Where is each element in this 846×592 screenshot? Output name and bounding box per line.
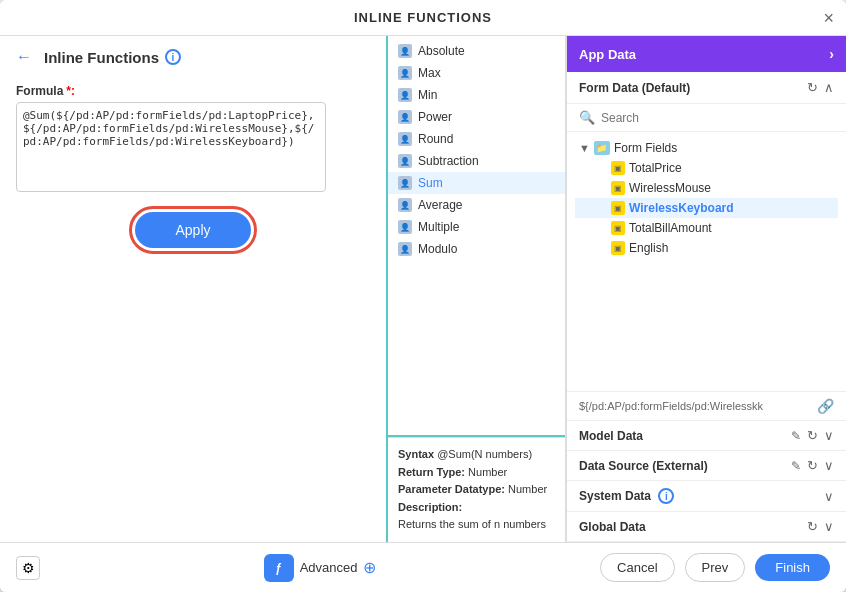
func-item-label: Max — [418, 66, 441, 80]
model-data-row[interactable]: Model Data ✎ ↻ ∨ — [567, 421, 846, 451]
tree-item[interactable]: ▣TotalPrice — [575, 158, 838, 178]
datasource-refresh-icon[interactable]: ↻ — [807, 458, 818, 473]
cancel-button[interactable]: Cancel — [600, 553, 674, 582]
apply-button[interactable]: Apply — [135, 212, 250, 248]
advanced-label: Advanced — [300, 560, 358, 575]
footer-left: ⚙ — [16, 556, 40, 580]
system-data-collapse-icon[interactable]: ∨ — [824, 489, 834, 504]
tree-item[interactable]: ▣WirelessMouse — [575, 178, 838, 198]
func-item-icon: 👤 — [398, 198, 412, 212]
refresh-icon[interactable]: ↻ — [807, 80, 818, 95]
form-data-actions: ↻ ∧ — [807, 80, 834, 95]
func-item-label: Average — [418, 198, 462, 212]
func-item-icon: 👤 — [398, 132, 412, 146]
footer-center: ƒ Advanced ⊕ — [264, 554, 377, 582]
search-icon: 🔍 — [579, 110, 595, 125]
modal-title: INLINE FUNCTIONS — [354, 10, 492, 25]
app-data-label: App Data — [579, 47, 636, 62]
form-fields-parent[interactable]: ▼ 📁 Form Fields — [575, 138, 838, 158]
function-list: 👤Absolute👤Max👤Min👤Power👤Round👤Subtractio… — [388, 36, 565, 437]
field-icon: ▣ — [611, 221, 625, 235]
data-source-row[interactable]: Data Source (External) ✎ ↻ ∨ — [567, 451, 846, 481]
right-panel: App Data › Form Data (Default) ↻ ∧ 🔍 ▼ 📁… — [566, 36, 846, 542]
formula-input[interactable]: @Sum(${/pd:AP/pd:formFields/pd:LaptopPri… — [16, 102, 326, 192]
func-item-icon: 👤 — [398, 44, 412, 58]
search-row: 🔍 — [567, 104, 846, 132]
func-item-icon: 👤 — [398, 88, 412, 102]
prev-button[interactable]: Prev — [685, 553, 746, 582]
system-data-row[interactable]: System Data i ∨ — [567, 481, 846, 512]
tree-items-container: ▣TotalPrice▣WirelessMouse▣WirelessKeyboa… — [575, 158, 838, 258]
func-item-label: Min — [418, 88, 437, 102]
function-item[interactable]: 👤Multiple — [388, 216, 565, 238]
close-button[interactable]: × — [823, 7, 834, 28]
function-item[interactable]: 👤Round — [388, 128, 565, 150]
description-value: Returns the sum of n numbers — [398, 516, 555, 534]
func-item-icon: 👤 — [398, 220, 412, 234]
description-label: Description: — [398, 501, 462, 513]
modal-container: INLINE FUNCTIONS × ← Inline Functions i … — [0, 0, 846, 592]
tree-item[interactable]: ▣English — [575, 238, 838, 258]
model-data-label: Model Data — [579, 429, 643, 443]
folder-icon: 📁 — [594, 141, 610, 155]
function-item[interactable]: 👤Sum — [388, 172, 565, 194]
system-data-label: System Data i — [579, 488, 674, 504]
data-source-label: Data Source (External) — [579, 459, 708, 473]
function-item[interactable]: 👤Min — [388, 84, 565, 106]
function-item[interactable]: 👤Max — [388, 62, 565, 84]
link-icon[interactable]: 🔗 — [817, 398, 834, 414]
modal-footer: ⚙ ƒ Advanced ⊕ Cancel Prev Finish — [0, 542, 846, 592]
global-data-row[interactable]: Global Data ↻ ∨ — [567, 512, 846, 542]
param-value: Number — [508, 483, 547, 495]
datasource-collapse-icon[interactable]: ∨ — [824, 458, 834, 473]
system-data-info-icon[interactable]: i — [658, 488, 674, 504]
global-refresh-icon[interactable]: ↻ — [807, 519, 818, 534]
func-item-icon: 👤 — [398, 110, 412, 124]
func-item-label: Multiple — [418, 220, 459, 234]
model-refresh-icon[interactable]: ↻ — [807, 428, 818, 443]
func-item-icon: 👤 — [398, 154, 412, 168]
edit-icon[interactable]: ✎ — [791, 429, 801, 443]
left-panel: ← Inline Functions i Formula *: @Sum(${/… — [0, 36, 386, 542]
collapse-icon[interactable]: ∧ — [824, 80, 834, 95]
field-icon: ▣ — [611, 241, 625, 255]
gear-icon[interactable]: ⚙ — [16, 556, 40, 580]
search-input[interactable] — [601, 111, 834, 125]
tree-toggle-icon: ▼ — [579, 142, 590, 154]
datasource-edit-icon[interactable]: ✎ — [791, 459, 801, 473]
function-item[interactable]: 👤Modulo — [388, 238, 565, 260]
tree-area: ▼ 📁 Form Fields ▣TotalPrice▣WirelessMous… — [567, 132, 846, 391]
chevron-right-icon[interactable]: › — [829, 46, 834, 62]
form-data-label: Form Data (Default) — [579, 81, 690, 95]
model-collapse-icon[interactable]: ∨ — [824, 428, 834, 443]
tree-item-label: TotalBillAmount — [629, 221, 712, 235]
formula-label: Formula *: — [16, 84, 370, 98]
func-item-label: Power — [418, 110, 452, 124]
tree-item[interactable]: ▣WirelessKeyboard — [575, 198, 838, 218]
global-data-actions: ↻ ∨ — [807, 519, 834, 534]
func-item-label: Modulo — [418, 242, 457, 256]
func-item-icon: 👤 — [398, 242, 412, 256]
function-item[interactable]: 👤Absolute — [388, 40, 565, 62]
app-data-header: App Data › — [567, 36, 846, 72]
func-item-label: Sum — [418, 176, 443, 190]
data-path: ${/pd:AP/pd:formFields/pd:Wirelesskk — [579, 400, 811, 412]
func-item-label: Absolute — [418, 44, 465, 58]
data-source-actions: ✎ ↻ ∨ — [791, 458, 834, 473]
data-path-row: ${/pd:AP/pd:formFields/pd:Wirelesskk 🔗 — [567, 391, 846, 421]
modal-header: INLINE FUNCTIONS × — [0, 0, 846, 36]
footer-right: Cancel Prev Finish — [600, 553, 830, 582]
function-item[interactable]: 👤Average — [388, 194, 565, 216]
tree-item[interactable]: ▣TotalBillAmount — [575, 218, 838, 238]
global-collapse-icon[interactable]: ∨ — [824, 519, 834, 534]
function-item[interactable]: 👤Power — [388, 106, 565, 128]
field-icon: ▣ — [611, 201, 625, 215]
finish-button[interactable]: Finish — [755, 554, 830, 581]
apply-btn-wrapper: Apply — [16, 212, 370, 248]
back-arrow[interactable]: ← — [16, 48, 32, 66]
add-icon[interactable]: ⊕ — [363, 558, 376, 577]
function-icon-button[interactable]: ƒ — [264, 554, 294, 582]
field-icon: ▣ — [611, 161, 625, 175]
function-item[interactable]: 👤Subtraction — [388, 150, 565, 172]
info-icon[interactable]: i — [165, 49, 181, 65]
